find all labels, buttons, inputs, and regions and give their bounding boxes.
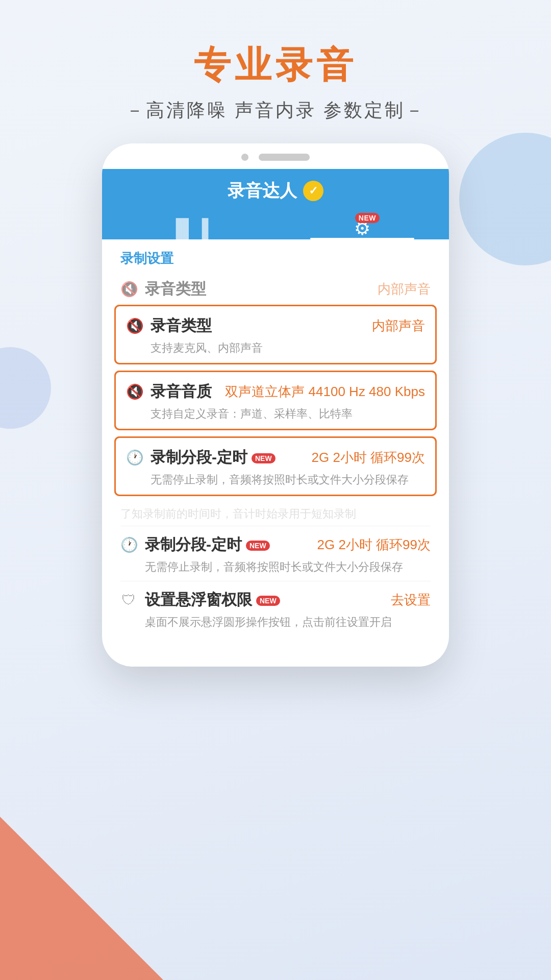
app-verified-badge [303,181,323,201]
recording-segment-2-main: 🕐 录制分段-定时NEW 2G 2小时 循环99次 [120,534,431,555]
settings-item-main-dim: 🔇 录音类型 内部声音 [120,279,431,300]
clock-icon-2: 🕐 [120,536,137,553]
item-desc-recording-segment-2: 无需停止录制，音频将按照时长或文件大小分段保存 [120,559,431,575]
app-header: 录音达人 ▐▌▐ ⚙ NEW [102,169,449,239]
phone-mockup: 录音达人 ▐▌▐ ⚙ NEW 录制设置 🔇 录音类型 内部声音 [102,143,449,667]
item-value-recording-type: 内部声音 [372,317,425,335]
item-title-recording-segment-2: 录制分段-定时NEW [145,534,270,555]
item-desc-recording-segment: 无需停止录制，音频将按照时长或文件大小分段保存 [126,472,425,487]
item-title-recording-quality: 录音音质 [151,381,212,402]
page-main-title: 专业录音 [0,41,551,90]
item-desc-float-permission: 桌面不展示悬浮圆形操作按钮，点击前往设置开启 [120,615,431,630]
item-desc-recording-quality: 支持自定义录音：声道、采样率、比特率 [126,406,425,422]
clock-icon: 🕐 [126,449,142,466]
item-value-float-permission: 去设置 [391,591,431,609]
item-title-recording-segment: 录制分段-定时NEW [151,447,276,468]
recording-quality-main: 🔇 录音音质 双声道立体声 44100 Hz 480 Kbps [126,381,425,402]
float-permission-main: 🛡 设置悬浮窗权限NEW 去设置 [120,590,431,610]
tab-settings[interactable]: ⚙ NEW [276,212,449,239]
deco-circle-top-right [459,133,551,265]
highlighted-recording-type: 🔇 录音类型 内部声音 支持麦克风、内部声音 [114,305,437,364]
settings-item-dim-middle: 了知录制前的时间时，音计时始录用于短知录制 [102,502,449,526]
settings-tab-wrapper: ⚙ NEW [354,218,370,239]
app-header-title-row: 录音达人 [102,179,449,212]
float-permission-left: 🛡 设置悬浮窗权限NEW [120,590,280,610]
settings-item-float-permission[interactable]: 🛡 设置悬浮窗权限NEW 去设置 桌面不展示悬浮圆形操作按钮，点击前往设置开启 [102,581,449,636]
app-tabs: ▐▌▐ ⚙ NEW [102,212,449,239]
speaker-quality-icon: 🔇 [126,383,142,400]
segment-new-badge: NEW [252,453,276,463]
settings-item-left-dim: 🔇 录音类型 [120,279,206,300]
phone-notch-bar [102,143,449,169]
item-value-recording-type-dim: 内部声音 [378,280,431,298]
page-subtitle: －高清降噪 声音内录 参数定制－ [0,98,551,123]
recording-type-left: 🔇 录音类型 [126,315,212,336]
recording-segment-left: 🕐 录制分段-定时NEW [126,447,276,468]
recording-segment-main: 🕐 录制分段-定时NEW 2G 2小时 循环99次 [126,447,425,468]
item-desc-recording-type: 支持麦克风、内部声音 [126,340,425,356]
settings-new-badge: NEW [355,213,380,223]
item-value-recording-segment: 2G 2小时 循环99次 [311,449,425,467]
dim-middle-text: 了知录制前的时间时，音计时始录用于短知录制 [120,507,356,520]
speaker-icon-dim: 🔇 [120,281,137,298]
highlighted-recording-quality: 🔇 录音音质 双声道立体声 44100 Hz 480 Kbps 支持自定义录音：… [114,371,437,430]
deco-triangle-bottom-left [0,817,163,980]
settings-section-label: 录制设置 [102,239,449,272]
page-title-section: 专业录音 －高清降噪 声音内录 参数定制－ [0,0,551,143]
settings-item-recording-segment-2[interactable]: 🕐 录制分段-定时NEW 2G 2小时 循环99次 无需停止录制，音频将按照时长… [102,526,449,581]
shield-icon: 🛡 [120,592,137,608]
segment-2-new-badge: NEW [246,541,270,551]
recording-type-main: 🔇 录音类型 内部声音 [126,315,425,336]
deco-circle-left [0,347,51,429]
item-title-float-permission: 设置悬浮窗权限NEW [145,590,280,610]
item-value-recording-segment-2: 2G 2小时 循环99次 [317,536,431,554]
waveform-icon: ▐▌▐ [169,218,209,239]
item-title-recording-type-dim: 录音类型 [145,279,206,300]
settings-item-recording-type-dim: 🔇 录音类型 内部声音 [102,272,449,305]
tab-waveform[interactable]: ▐▌▐ [102,212,276,239]
highlighted-recording-segment: 🕐 录制分段-定时NEW 2G 2小时 循环99次 无需停止录制，音频将按照时长… [114,436,437,496]
recording-quality-left: 🔇 录音音质 [126,381,212,402]
phone-speaker-pill [259,154,310,161]
item-value-recording-quality: 双声道立体声 44100 Hz 480 Kbps [225,383,425,401]
float-new-badge: NEW [256,596,280,606]
app-name: 录音达人 [228,179,297,203]
item-title-recording-type: 录音类型 [151,315,212,336]
speaker-icon: 🔇 [126,317,142,334]
recording-segment-2-left: 🕐 录制分段-定时NEW [120,534,270,555]
phone-camera-dot [241,154,248,161]
